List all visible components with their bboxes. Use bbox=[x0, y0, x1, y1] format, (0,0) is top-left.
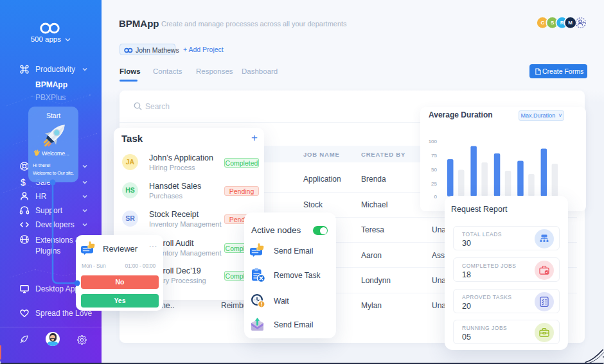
svg-text:100: 100 bbox=[429, 139, 438, 144]
svg-text:S: S bbox=[551, 20, 555, 26]
svg-text:R: R bbox=[560, 20, 564, 26]
svg-text:C: C bbox=[540, 20, 544, 26]
svg-text:M: M bbox=[568, 20, 573, 26]
svg-text:0: 0 bbox=[434, 194, 438, 200]
svg-text:25: 25 bbox=[431, 181, 437, 187]
svg-text:50: 50 bbox=[431, 167, 437, 173]
svg-text:75: 75 bbox=[431, 153, 437, 159]
